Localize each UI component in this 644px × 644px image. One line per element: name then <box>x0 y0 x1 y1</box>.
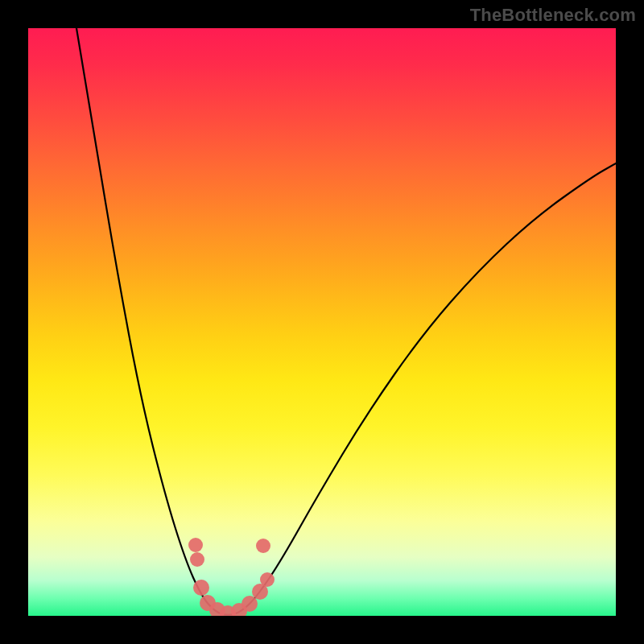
chart-frame: TheBottleneck.com <box>0 0 644 644</box>
chart-svg <box>28 28 616 616</box>
curve-path <box>76 28 616 615</box>
watermark-text: TheBottleneck.com <box>470 5 636 26</box>
data-marker <box>190 552 204 567</box>
data-marker <box>256 539 270 553</box>
marker-group <box>188 538 275 616</box>
plot-area <box>28 28 616 616</box>
data-marker <box>260 572 275 587</box>
data-marker <box>193 580 209 596</box>
data-marker <box>188 538 203 552</box>
